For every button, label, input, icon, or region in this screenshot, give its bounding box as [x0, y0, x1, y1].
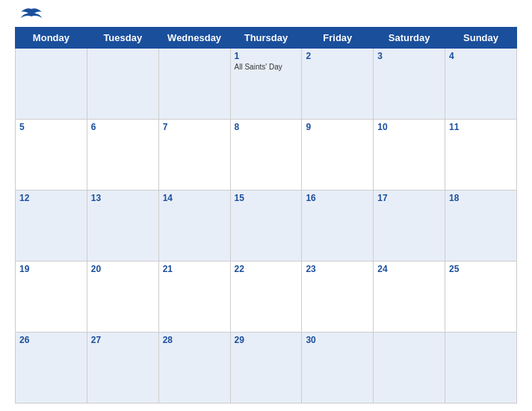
calendar-cell — [445, 333, 517, 404]
day-number: 25 — [449, 264, 513, 274]
calendar-cell: 23 — [302, 262, 374, 333]
logo-bird-icon — [18, 7, 45, 22]
calendar-cell: 2 — [302, 49, 374, 120]
day-number: 16 — [306, 193, 369, 203]
holiday-label: All Saints' Day — [235, 63, 298, 71]
calendar-cell: 5 — [16, 120, 87, 191]
day-number: 2 — [306, 51, 369, 61]
calendar-cell: 11 — [445, 120, 517, 191]
calendar-cell — [158, 49, 230, 120]
day-number: 18 — [449, 193, 513, 203]
calendar-cell: 3 — [374, 49, 445, 120]
day-number: 22 — [235, 264, 298, 274]
calendar-cell: 12 — [16, 191, 87, 262]
day-number: 23 — [306, 264, 369, 274]
week-row-1: 1All Saints' Day234 — [16, 49, 517, 120]
day-number: 27 — [91, 335, 155, 345]
day-number: 26 — [19, 335, 83, 345]
week-row-3: 12131415161718 — [16, 191, 517, 262]
calendar-cell — [374, 333, 445, 404]
day-number: 6 — [91, 122, 155, 132]
week-row-5: 2627282930 — [16, 333, 517, 404]
calendar-cell: 15 — [230, 191, 302, 262]
calendar-cell: 29 — [230, 333, 302, 404]
day-number: 14 — [163, 193, 226, 203]
calendar-cell: 6 — [87, 120, 158, 191]
day-number: 28 — [163, 335, 226, 345]
day-number: 8 — [235, 122, 298, 132]
calendar-table: MondayTuesdayWednesdayThursdayFridaySatu… — [15, 27, 517, 404]
calendar-cell: 10 — [374, 120, 445, 191]
calendar-header — [15, 7, 517, 22]
calendar-cell: 9 — [302, 120, 374, 191]
day-header-friday: Friday — [302, 28, 374, 49]
calendar-cell: 7 — [158, 120, 230, 191]
calendar-cell: 27 — [87, 333, 158, 404]
calendar-cell — [16, 49, 87, 120]
day-number: 19 — [19, 264, 83, 274]
day-number: 10 — [377, 122, 441, 132]
day-header-tuesday: Tuesday — [87, 28, 158, 49]
day-number: 1 — [235, 51, 298, 61]
day-number: 13 — [91, 193, 155, 203]
calendar-cell: 1All Saints' Day — [230, 49, 302, 120]
day-number: 30 — [306, 335, 369, 345]
day-number: 4 — [449, 51, 513, 61]
day-number: 24 — [377, 264, 441, 274]
calendar-cell: 24 — [374, 262, 445, 333]
calendar-cell: 28 — [158, 333, 230, 404]
week-row-2: 567891011 — [16, 120, 517, 191]
day-number: 21 — [163, 264, 226, 274]
calendar-cell: 13 — [87, 191, 158, 262]
calendar-cell: 4 — [445, 49, 517, 120]
calendar-cell: 22 — [230, 262, 302, 333]
day-number: 15 — [235, 193, 298, 203]
day-number: 3 — [377, 51, 441, 61]
day-number: 20 — [91, 264, 155, 274]
day-header-monday: Monday — [16, 28, 87, 49]
day-header-wednesday: Wednesday — [158, 28, 230, 49]
day-number: 7 — [163, 122, 226, 132]
day-number: 9 — [306, 122, 369, 132]
calendar-cell: 25 — [445, 262, 517, 333]
day-number: 11 — [449, 122, 513, 132]
calendar-cell: 21 — [158, 262, 230, 333]
day-header-sunday: Sunday — [445, 28, 517, 49]
calendar-cell: 18 — [445, 191, 517, 262]
calendar-cell: 17 — [374, 191, 445, 262]
calendar-cell: 19 — [16, 262, 87, 333]
day-number: 17 — [377, 193, 441, 203]
logo — [18, 7, 45, 22]
day-number: 5 — [19, 122, 83, 132]
calendar-cell: 8 — [230, 120, 302, 191]
day-number: 29 — [235, 335, 298, 345]
calendar-cell: 26 — [16, 333, 87, 404]
calendar-cell: 20 — [87, 262, 158, 333]
calendar-cell: 16 — [302, 191, 374, 262]
days-header-row: MondayTuesdayWednesdayThursdayFridaySatu… — [16, 28, 517, 49]
day-number: 12 — [19, 193, 83, 203]
calendar-cell: 14 — [158, 191, 230, 262]
day-header-saturday: Saturday — [374, 28, 445, 49]
week-row-4: 19202122232425 — [16, 262, 517, 333]
calendar-cell: 30 — [302, 333, 374, 404]
calendar-cell — [87, 49, 158, 120]
day-header-thursday: Thursday — [230, 28, 302, 49]
